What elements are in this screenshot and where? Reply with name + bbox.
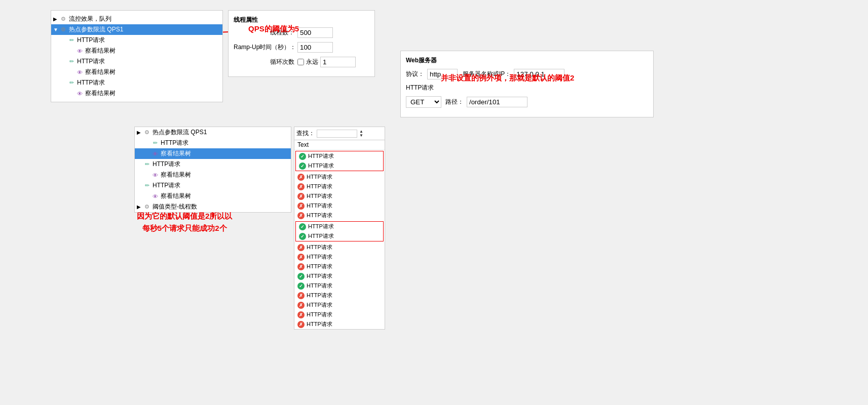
result-item[interactable]: ✗HTTP请求 bbox=[294, 319, 385, 329]
loop-count-input[interactable] bbox=[320, 57, 356, 67]
error-icon: ✗ bbox=[297, 321, 305, 328]
item-label: HTTP请求 bbox=[308, 232, 334, 240]
http-request-label: HTTP请求 bbox=[406, 84, 434, 92]
success-icon: ✓ bbox=[299, 153, 306, 160]
result-item[interactable]: ✗HTTP请求 bbox=[294, 300, 385, 310]
arrow-icon: ▶ bbox=[137, 130, 143, 135]
result-item[interactable]: ✓HTTP请求 bbox=[294, 271, 385, 281]
tree-item-label: HTTP请求 bbox=[77, 36, 105, 45]
arrow-icon bbox=[61, 37, 67, 43]
result-item[interactable]: ✓HTTP请求 bbox=[296, 222, 383, 231]
rampup-input[interactable] bbox=[297, 42, 333, 53]
tree-item-label: HTTP请求 bbox=[153, 160, 180, 169]
eye-icon: 👁 bbox=[76, 47, 84, 55]
item-label: HTTP请求 bbox=[307, 253, 332, 261]
tree-item-label: 热点参数限流 QPS1 bbox=[69, 25, 123, 34]
result-item[interactable]: ✗HTTP请求 bbox=[294, 310, 385, 319]
item-label: HTTP请求 bbox=[307, 244, 332, 251]
result-item[interactable]: ✗HTTP请求 bbox=[294, 201, 385, 211]
item-label: HTTP请求 bbox=[307, 183, 332, 190]
thread-count-input[interactable] bbox=[297, 27, 333, 38]
tree-item-label: 阈值类型-线程数 bbox=[153, 202, 197, 211]
error-icon: ✗ bbox=[297, 244, 305, 251]
item-label: HTTP请求 bbox=[307, 282, 332, 290]
thread-count-label: 线程数： bbox=[234, 28, 294, 37]
item-label: HTTP请求 bbox=[307, 173, 332, 181]
tree-item-http3[interactable]: ✏ HTTP请求 bbox=[51, 77, 222, 88]
result-group-1: ✓HTTP请求✓HTTP请求 bbox=[295, 151, 384, 171]
web-server-panel: Web服务器 协议： 服务器名称或IP： HTTP请求 GET POST 路径： bbox=[400, 51, 654, 117]
success-icon: ✓ bbox=[297, 282, 305, 290]
forever-label: 永远 bbox=[306, 58, 318, 66]
arrow-icon: ▼ bbox=[53, 27, 59, 32]
bl-tree-item-http2[interactable]: ✏ HTTP请求 bbox=[135, 159, 291, 170]
pen-icon: ✏ bbox=[151, 139, 159, 147]
result-item[interactable]: ✗HTTP请求 bbox=[294, 252, 385, 262]
bl-tree-item-hotspot[interactable]: ▶ ⚙ 热点参数限流 QPS1 bbox=[135, 127, 291, 138]
tree-item-label: 察看结果树 bbox=[85, 89, 116, 98]
arrow-icon bbox=[69, 69, 76, 75]
method-select[interactable]: GET POST bbox=[406, 96, 441, 108]
host-input[interactable] bbox=[514, 69, 564, 79]
result-item[interactable]: ✗HTTP请求 bbox=[294, 291, 385, 300]
bl-tree-item-result1[interactable]: 👁 察看结果树 bbox=[135, 148, 291, 159]
threshold-annotation: 因为它的默认阈值是2所以以每秒5个请求只能成功2个 bbox=[137, 210, 232, 234]
success-icon: ✓ bbox=[299, 163, 306, 170]
result-item[interactable]: ✗HTTP请求 bbox=[294, 182, 385, 191]
item-label: HTTP请求 bbox=[307, 212, 332, 219]
tree-item-result3[interactable]: 👁 察看结果树 bbox=[51, 88, 222, 99]
top-left-tree-panel: ▶ ⚙ 流控效果，队列 ▼ ⚙ 热点参数限流 QPS1 ✏ HTTP请求 👁 察… bbox=[51, 10, 223, 102]
bl-tree-item-result3[interactable]: 👁 察看结果树 bbox=[135, 191, 291, 201]
loop-row: 循环次数 永远 bbox=[234, 57, 369, 67]
item-label: HTTP请求 bbox=[307, 292, 332, 299]
item-label: HTTP请求 bbox=[307, 272, 332, 280]
tree-item-label: 流控效果，队列 bbox=[69, 15, 111, 23]
error-icon: ✗ bbox=[297, 263, 305, 270]
result-item[interactable]: ✗HTTP请求 bbox=[294, 262, 385, 271]
arrow-icon: ▶ bbox=[137, 204, 143, 210]
result-item[interactable]: ✗HTTP请求 bbox=[294, 242, 385, 252]
result-item[interactable]: ✗HTTP请求 bbox=[294, 172, 385, 182]
forever-checkbox[interactable] bbox=[297, 59, 304, 65]
pen-icon: ✏ bbox=[67, 58, 76, 66]
error-icon: ✗ bbox=[297, 183, 305, 190]
panel-title: 线程属性 bbox=[234, 16, 369, 24]
host-label: 服务器名称或IP： bbox=[463, 70, 511, 78]
error-icon: ✗ bbox=[297, 311, 305, 318]
eye-icon: 👁 bbox=[151, 150, 159, 158]
bl-tree-item-result2[interactable]: 👁 察看结果树 bbox=[135, 170, 291, 180]
path-label: 路径： bbox=[445, 98, 464, 106]
protocol-input[interactable] bbox=[427, 69, 458, 79]
result-item[interactable]: ✗HTTP请求 bbox=[294, 191, 385, 201]
tree-item-flow-control[interactable]: ▶ ⚙ 流控效果，队列 bbox=[51, 14, 222, 24]
result-item[interactable]: ✓HTTP请求 bbox=[296, 151, 383, 161]
bl-tree-item-http3[interactable]: ✏ HTTP请求 bbox=[135, 180, 291, 191]
tree-item-result1[interactable]: 👁 察看结果树 bbox=[51, 46, 222, 56]
tree-item-http1[interactable]: ✏ HTTP请求 bbox=[51, 35, 222, 46]
error-icon: ✗ bbox=[297, 292, 305, 299]
bl-tree-item-threshold[interactable]: ▶ ⚙ 阈值类型-线程数 bbox=[135, 201, 291, 212]
search-input[interactable] bbox=[317, 130, 357, 138]
arrow-icon bbox=[145, 172, 151, 178]
path-input[interactable] bbox=[467, 97, 527, 107]
result-item[interactable]: ✓HTTP请求 bbox=[296, 161, 383, 171]
tree-item-hotspot-qps[interactable]: ▼ ⚙ 热点参数限流 QPS1 bbox=[51, 24, 222, 35]
error-icon: ✗ bbox=[297, 212, 305, 219]
error-icon: ✗ bbox=[297, 193, 305, 200]
result-item[interactable]: ✓HTTP请求 bbox=[296, 231, 383, 241]
item-label: HTTP请求 bbox=[308, 223, 334, 230]
bl-tree-item-http1[interactable]: ✏ HTTP请求 bbox=[135, 138, 291, 148]
item-label: HTTP请求 bbox=[308, 162, 334, 170]
gear-icon: ⚙ bbox=[59, 26, 67, 34]
method-path-row: GET POST 路径： bbox=[406, 96, 648, 108]
tree-item-http2[interactable]: ✏ HTTP请求 bbox=[51, 56, 222, 67]
tree-item-label: HTTP请求 bbox=[77, 57, 105, 66]
bottom-left-tree-panel: ▶ ⚙ 热点参数限流 QPS1 ✏ HTTP请求 👁 察看结果树 ✏ HTTP请… bbox=[134, 127, 291, 213]
result-item[interactable]: ✓HTTP请求 bbox=[294, 281, 385, 291]
gear-icon: ⚙ bbox=[143, 203, 151, 211]
tree-item-result2[interactable]: 👁 察看结果树 bbox=[51, 67, 222, 77]
down-arrow-icon[interactable]: ▼ bbox=[359, 134, 363, 138]
tree-item-label: HTTP请求 bbox=[153, 181, 180, 190]
result-text-header: Text bbox=[294, 140, 385, 150]
result-item[interactable]: ✗HTTP请求 bbox=[294, 211, 385, 220]
